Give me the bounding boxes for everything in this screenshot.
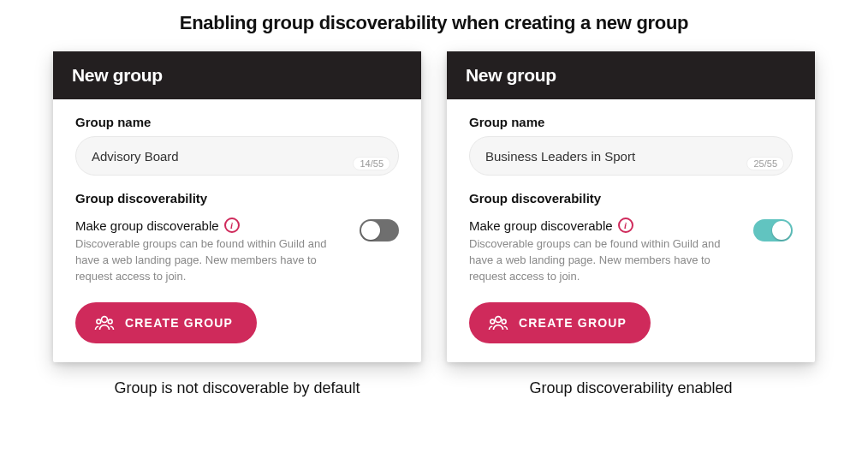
panel-body: Group name 25/55 Group discoverability M… xyxy=(447,99,815,362)
toggle-knob xyxy=(361,221,380,240)
panel-caption: Group discoverability enabled xyxy=(447,379,815,397)
char-count-badge: 14/55 xyxy=(353,157,390,170)
toggle-text-col: Make group discoverable i Discoverable g… xyxy=(469,218,745,285)
svg-point-1 xyxy=(97,319,101,324)
toggle-knob xyxy=(772,221,791,240)
panel-column-left: New group Group name 14/55 Group discove… xyxy=(53,51,421,397)
group-name-input[interactable] xyxy=(469,136,793,176)
discoverability-label: Group discoverability xyxy=(469,191,793,206)
new-group-panel: New group Group name 14/55 Group discove… xyxy=(53,51,421,362)
svg-point-0 xyxy=(102,316,108,322)
create-group-button[interactable]: CREATE GROUP xyxy=(469,302,651,343)
discoverability-toggle[interactable] xyxy=(753,219,793,241)
toggle-description: Discoverable groups can be found within … xyxy=(469,236,726,285)
group-name-input-wrap: 14/55 xyxy=(75,136,399,176)
panel-caption: Group is not discoverable by default xyxy=(53,379,421,397)
create-group-button-label: CREATE GROUP xyxy=(519,316,627,330)
toggle-description: Discoverable groups can be found within … xyxy=(75,236,332,285)
discoverability-label: Group discoverability xyxy=(75,191,399,206)
svg-point-2 xyxy=(108,319,112,324)
group-name-input[interactable] xyxy=(75,136,399,176)
toggle-title: Make group discoverable xyxy=(75,218,219,233)
toggle-title-line: Make group discoverable i xyxy=(75,218,351,233)
panel-column-right: New group Group name 25/55 Group discove… xyxy=(447,51,815,397)
group-name-input-wrap: 25/55 xyxy=(469,136,793,176)
panel-body: Group name 14/55 Group discoverability M… xyxy=(53,99,421,362)
char-count-badge: 25/55 xyxy=(746,157,784,170)
group-name-label: Group name xyxy=(75,115,399,129)
group-icon xyxy=(488,314,508,331)
svg-point-3 xyxy=(496,316,502,322)
discoverability-toggle[interactable] xyxy=(360,219,399,241)
toggle-title-line: Make group discoverable i xyxy=(469,218,745,233)
toggle-text-col: Make group discoverable i Discoverable g… xyxy=(75,218,351,285)
group-name-label: Group name xyxy=(469,115,793,129)
panel-header: New group xyxy=(447,51,815,99)
svg-point-4 xyxy=(490,319,495,324)
page-title: Enabling group discoverability when crea… xyxy=(0,0,868,34)
create-group-button[interactable]: CREATE GROUP xyxy=(75,302,257,343)
info-icon[interactable]: i xyxy=(224,218,240,233)
create-group-button-label: CREATE GROUP xyxy=(125,316,233,330)
svg-point-5 xyxy=(502,319,506,324)
discoverability-row: Make group discoverable i Discoverable g… xyxy=(469,218,793,285)
panels-container: New group Group name 14/55 Group discove… xyxy=(0,51,868,397)
new-group-panel: New group Group name 25/55 Group discove… xyxy=(447,51,815,362)
panel-header: New group xyxy=(53,51,421,99)
group-icon xyxy=(94,314,115,331)
discoverability-row: Make group discoverable i Discoverable g… xyxy=(75,218,399,285)
info-icon[interactable]: i xyxy=(618,218,633,233)
toggle-title: Make group discoverable xyxy=(469,218,613,233)
